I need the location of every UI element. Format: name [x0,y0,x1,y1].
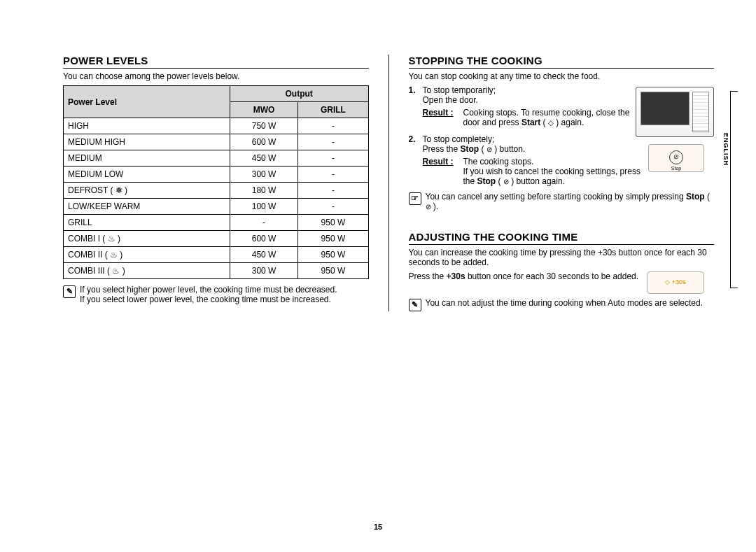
stop-icon: ⊘ [669,150,683,164]
power-levels-note: If you select higher power level, the co… [80,285,369,304]
stop-button-illustration: ⊘ Stop [648,144,704,172]
stop-icon: ⊘ [426,203,431,211]
stopping-hand-note: You can cancel any setting before starti… [426,192,715,211]
power-levels-intro: You can choose among the power levels be… [63,71,369,81]
table-row: MEDIUM LOW300 W- [64,167,369,183]
th-grill: GRILL [298,102,368,118]
result-label: Result : [423,108,456,127]
heading-adjusting: ADJUSTING THE COOKING TIME [409,231,715,245]
column-divider [388,55,389,311]
plus30s-button-illustration: ◇ +30s [647,271,704,294]
table-row: LOW/KEEP WARM100 W- [64,199,369,215]
hand-icon [409,192,421,205]
step-number: 1. [409,85,419,105]
side-tab [730,91,738,288]
th-output: Output [230,86,368,102]
adjusting-intro: You can increase the cooking time by pre… [409,248,715,267]
table-row: GRILL-950 W [64,215,369,231]
table-row: DEFROST ( ❅ )180 W- [64,183,369,199]
step-number: 2. [409,134,419,154]
step-body: To stop completely; Press the Stop ( ⊘ )… [423,134,631,154]
result-text: The cooking stops. If you wish to cancel… [463,157,643,186]
start-icon: ◇ [548,119,554,127]
step-body: To stop temporarily; Open the door. [423,85,631,105]
table-row: COMBI I ( ♨ )600 W950 W [64,231,369,247]
table-row: MEDIUM450 W- [64,150,369,167]
th-power-level: Power Level [64,86,230,118]
table-row: COMBI II ( ♨ )450 W950 W [64,247,369,263]
table-row: MEDIUM HIGH600 W- [64,134,369,150]
adjusting-note: You can not adjust the time during cooki… [426,298,715,308]
language-label: ENGLISH [722,133,729,166]
result-text: Cooking stops. To resume cooking, close … [463,108,631,127]
stop-icon: ⊘ [503,178,509,185]
microwave-illustration [636,87,714,137]
stopping-intro: You can stop cooking at any time to chec… [409,71,715,81]
stop-icon: ⊘ [486,146,492,153]
table-row: HIGH750 W- [64,118,369,134]
power-levels-table: Power Level Output MWO GRILL HIGH750 W- … [63,85,369,279]
th-mwo: MWO [230,102,298,118]
table-row: COMBI III ( ♨ )300 W950 W [64,263,369,279]
heading-power-levels: POWER LEVELS [63,55,369,69]
result-label: Result : [423,157,456,186]
page-number: 15 [374,523,382,531]
note-icon [409,299,421,311]
note-icon [63,285,76,298]
heading-stopping: STOPPING THE COOKING [409,55,715,69]
